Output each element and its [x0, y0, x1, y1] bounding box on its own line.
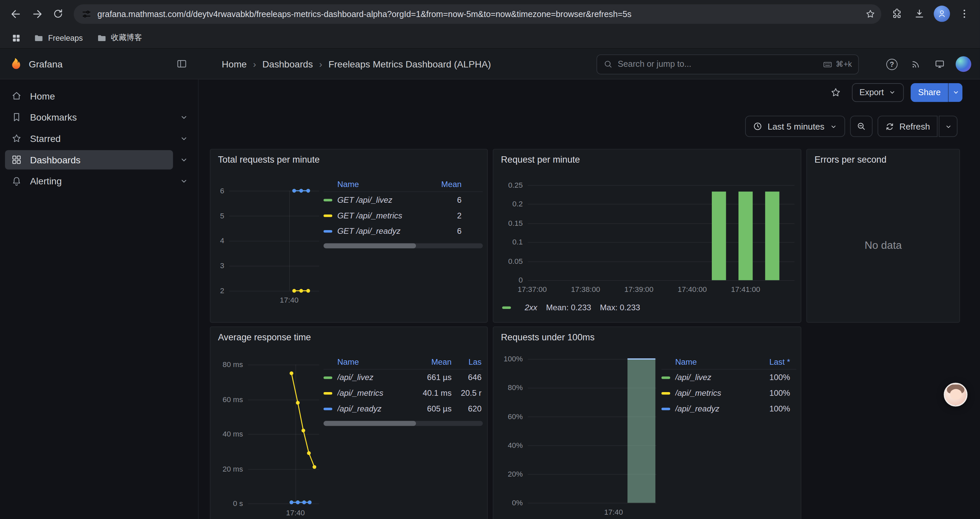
- browser-window: grafana.mathmast.com/d/deytv4rwavabkb/fr…: [0, 0, 980, 519]
- series-name[interactable]: 2xx: [525, 303, 538, 312]
- panel-title[interactable]: Request per minute: [493, 150, 800, 170]
- chart-series-svg: [229, 191, 319, 291]
- panel-title[interactable]: Total requests per minute: [210, 150, 487, 170]
- export-button[interactable]: Export: [852, 83, 904, 102]
- series-name[interactable]: GET /api/_readyz: [337, 227, 426, 236]
- series-name[interactable]: /api/_metrics: [675, 388, 752, 398]
- legend-scrollbar[interactable]: [323, 421, 483, 426]
- reload-button[interactable]: [48, 3, 69, 24]
- share-label: Share: [918, 88, 941, 97]
- series-name[interactable]: GET /api/_livez: [337, 195, 426, 204]
- sidebar-item-dashboards: Dashboards: [0, 149, 198, 170]
- assistant-avatar-button[interactable]: [943, 383, 967, 406]
- chevron-down-icon: [179, 134, 188, 143]
- news-button[interactable]: [906, 55, 925, 73]
- expand-starred-button[interactable]: [175, 130, 192, 146]
- legend-row[interactable]: GET /api/_livez 6: [323, 192, 483, 208]
- back-button[interactable]: [5, 3, 26, 24]
- time-range-picker[interactable]: Last 5 minutes: [745, 115, 845, 137]
- zoom-out-icon: [856, 121, 866, 131]
- legend-row[interactable]: /api/_readyz 605 µs 620: [323, 401, 483, 417]
- sidebar-link-alerting[interactable]: Alerting: [5, 171, 173, 190]
- help-button[interactable]: ?: [883, 55, 901, 73]
- x-axis-label: 17:41:00: [724, 285, 767, 294]
- bookmark-favorites[interactable]: 收藏博客: [91, 30, 147, 46]
- expand-alerting-button[interactable]: [175, 172, 192, 189]
- scrollbar-thumb[interactable]: [323, 421, 416, 426]
- series-name[interactable]: /api/_livez: [675, 373, 752, 382]
- legend-row[interactable]: /api/_metrics 40.1 ms 20.5 r: [323, 385, 483, 401]
- sidebar-link-starred[interactable]: Starred: [5, 129, 173, 148]
- no-data-message: No data: [807, 169, 959, 322]
- zoom-out-button[interactable]: [850, 115, 872, 137]
- breadcrumb-dashboards[interactable]: Dashboards: [262, 58, 313, 69]
- search-placeholder: Search or jump to...: [618, 59, 818, 69]
- series-marker: [502, 306, 511, 308]
- folder-icon: [96, 33, 107, 43]
- bookmark-star-button[interactable]: [861, 5, 878, 22]
- legend-row[interactable]: /api/_readyz 100%: [662, 401, 796, 417]
- panel-title[interactable]: Requests under 100ms: [493, 327, 800, 347]
- series-name[interactable]: /api/_readyz: [337, 404, 412, 414]
- url-text[interactable]: grafana.mathmast.com/d/deytv4rwavabkb/fr…: [97, 9, 856, 18]
- legend-stats[interactable]: 2xx Mean: 0.233 Max: 0.233: [502, 303, 640, 312]
- legend-row[interactable]: GET /api/_readyz 6: [323, 223, 483, 239]
- refresh-button[interactable]: Refresh: [878, 115, 938, 137]
- time-range-label: Last 5 minutes: [767, 121, 824, 131]
- search-input[interactable]: Search or jump to... ⌘+k: [597, 54, 859, 74]
- panel-title[interactable]: Average response time: [210, 327, 487, 347]
- profile-button[interactable]: [931, 3, 953, 24]
- apps-grid-icon: [11, 33, 21, 43]
- legend-col-mean[interactable]: Mean: [412, 357, 452, 366]
- chart-series-svg: [528, 185, 795, 280]
- user-menu-button[interactable]: [954, 55, 972, 73]
- series-name[interactable]: /api/_readyz: [675, 404, 752, 414]
- series-name[interactable]: /api/_livez: [337, 373, 412, 382]
- legend-col-name[interactable]: Name: [337, 179, 426, 189]
- kiosk-mode-button[interactable]: [930, 55, 949, 73]
- share-menu-button[interactable]: [948, 83, 963, 102]
- grafana-logo[interactable]: [8, 57, 22, 70]
- series-point: [306, 189, 310, 192]
- panel-title-text: Average response time: [218, 332, 311, 342]
- refresh-interval-button[interactable]: [939, 115, 957, 137]
- series-name[interactable]: GET /api/_metrics: [337, 211, 426, 220]
- sidebar-link-bookmarks[interactable]: Bookmarks: [5, 107, 173, 126]
- favorite-dashboard-button[interactable]: [826, 83, 845, 102]
- dashboard-content: Export Share Last 5 minutes: [199, 80, 980, 519]
- scrollbar-thumb[interactable]: [323, 243, 416, 248]
- legend-col-last[interactable]: Las: [452, 357, 483, 366]
- sidebar-link-home[interactable]: Home: [5, 86, 192, 105]
- legend-col-mean[interactable]: Mean: [426, 179, 461, 189]
- y-axis-label: 40%: [494, 441, 523, 450]
- breadcrumb-home[interactable]: Home: [222, 58, 247, 69]
- share-button[interactable]: Share: [911, 83, 948, 102]
- sidebar-item-label: Bookmarks: [30, 112, 77, 122]
- legend-col-name[interactable]: Name: [337, 357, 412, 366]
- legend-row[interactable]: /api/_livez 100%: [662, 370, 796, 385]
- clock-icon: [752, 121, 762, 131]
- browser-menu-button[interactable]: [954, 3, 975, 24]
- downloads-button[interactable]: [908, 3, 930, 24]
- legend-row[interactable]: GET /api/_metrics 2: [323, 208, 483, 224]
- sidebar-link-dashboards[interactable]: Dashboards: [5, 150, 173, 169]
- legend-col-name[interactable]: Name: [675, 357, 752, 366]
- expand-dashboards-button[interactable]: [175, 151, 192, 168]
- download-icon: [914, 8, 925, 19]
- y-axis-label: 0.1: [494, 238, 523, 246]
- sidebar-collapse-button[interactable]: [173, 55, 191, 72]
- legend-col-last[interactable]: Last *: [752, 357, 790, 366]
- legend-scrollbar[interactable]: [323, 243, 483, 248]
- extensions-button[interactable]: [886, 3, 908, 24]
- site-settings-icon[interactable]: [81, 8, 92, 19]
- star-icon: [11, 133, 22, 144]
- series-name[interactable]: /api/_metrics: [337, 388, 412, 398]
- bookmark-freeleaps[interactable]: Freeleaps: [29, 30, 88, 46]
- panel-title[interactable]: Errors per second: [807, 150, 959, 170]
- legend-row[interactable]: /api/_livez 661 µs 646: [323, 370, 483, 385]
- legend-row[interactable]: /api/_metrics 100%: [662, 385, 796, 401]
- address-bar[interactable]: grafana.mathmast.com/d/deytv4rwavabkb/fr…: [74, 4, 881, 23]
- expand-bookmarks-button[interactable]: [175, 109, 192, 125]
- apps-grid-button[interactable]: [7, 29, 25, 46]
- forward-button[interactable]: [26, 3, 48, 24]
